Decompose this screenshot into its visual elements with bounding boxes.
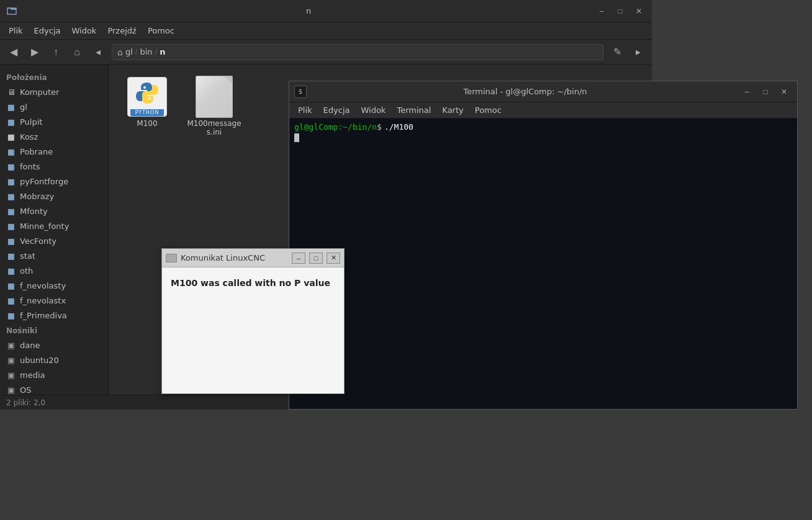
- sidebar-item-mfonty[interactable]: ■ Mfonty: [0, 204, 108, 218]
- folder-icon: ■: [6, 251, 16, 261]
- sidebar-item-kosz[interactable]: ■ Kosz: [0, 129, 108, 144]
- next-tab-icon: ▸: [636, 46, 641, 58]
- prev-location-button[interactable]: ◂: [88, 42, 108, 62]
- file-name-m100messages: M100messages.ini: [186, 119, 243, 137]
- sidebar-item-komputer[interactable]: 🖥 Komputer: [0, 84, 108, 99]
- sidebar-item-f-nevolasty[interactable]: ■ f_nevolasty: [0, 278, 108, 293]
- file-manager-app-icon: [5, 4, 19, 18]
- dialog-content: M100 was called with no P value: [162, 267, 344, 393]
- prev-location-icon: ◂: [96, 46, 101, 58]
- folder-icon: ■: [6, 176, 16, 186]
- terminal-cursor-line: [294, 133, 792, 142]
- breadcrumb-n[interactable]: n: [160, 47, 165, 56]
- sidebar-item-f-nevolastx[interactable]: ■ f_nevolastx: [0, 293, 108, 308]
- maximize-button[interactable]: □: [612, 4, 628, 18]
- folder-icon: ■: [6, 161, 16, 171]
- menu-przejdz[interactable]: Przejdź: [102, 24, 141, 37]
- sidebar-item-media[interactable]: ▣ media: [0, 367, 108, 382]
- sidebar-item-label: ubuntu20: [20, 356, 59, 365]
- terminal-minimize-button[interactable]: –: [739, 85, 755, 99]
- file-manager-menubar: Plik Edycja Widok Przejdź Pomoc: [0, 22, 652, 40]
- back-button[interactable]: ◀: [4, 42, 24, 62]
- dialog-maximize-button[interactable]: □: [309, 253, 323, 264]
- drive-icon: ▣: [6, 355, 16, 365]
- sidebar-item-label: oth: [20, 266, 33, 276]
- terminal-path: :~/bin/n: [338, 122, 377, 132]
- sidebar-item-mobrazy[interactable]: ■ Mobrazy: [0, 189, 108, 204]
- sidebar-item-vecfonty[interactable]: ■ VecFonty: [0, 233, 108, 248]
- folder-icon: ■: [6, 146, 16, 156]
- folder-icon: ■: [6, 221, 16, 231]
- terminal-menu-pomoc[interactable]: Pomoc: [470, 104, 507, 117]
- back-icon: ◀: [10, 46, 17, 58]
- dialog-title: Komunikat LinuxCNC: [181, 253, 288, 262]
- terminal-menu-edycja[interactable]: Edycja: [318, 104, 355, 117]
- sidebar-item-dane[interactable]: ▣ dane: [0, 338, 108, 352]
- sidebar-item-os[interactable]: ▣ OS: [0, 382, 108, 395]
- dialog-message: M100 was called with no P value: [171, 277, 330, 290]
- sidebar-item-label: Pobrane: [20, 147, 53, 156]
- sidebar-item-label: Kosz: [20, 132, 38, 141]
- folder-icon: ■: [6, 236, 16, 246]
- sidebar-item-label: Mobrazy: [20, 192, 54, 201]
- sidebar-item-label: Minne_fonty: [20, 222, 69, 231]
- sidebar: Położenia 🖥 Komputer ■ gl ■ Pulpit ■ Kos…: [0, 65, 109, 395]
- pencil-icon: ✎: [613, 46, 621, 58]
- menu-widok[interactable]: Widok: [66, 24, 101, 37]
- file-item-m100messages[interactable]: M100messages.ini: [183, 72, 245, 141]
- sidebar-item-ubuntu20[interactable]: ▣ ubuntu20: [0, 352, 108, 367]
- sidebar-section-polozenia: Położenia: [0, 69, 108, 84]
- dialog-minimize-button[interactable]: –: [292, 253, 305, 264]
- close-button[interactable]: ✕: [631, 4, 647, 18]
- terminal-menu-plik[interactable]: Plik: [293, 104, 317, 117]
- up-icon: ↑: [53, 47, 58, 58]
- folder-icon: ■: [6, 206, 16, 216]
- sidebar-item-f-primediva[interactable]: ■ f_Primediva: [0, 308, 108, 323]
- minimize-button[interactable]: –: [593, 4, 610, 18]
- terminal-app-icon: $: [294, 86, 307, 98]
- terminal-window-controls: – □ ✕: [739, 85, 792, 99]
- folder-icon: ■: [6, 117, 16, 127]
- terminal-menu-karty[interactable]: Karty: [437, 104, 468, 117]
- breadcrumb-gl[interactable]: gl: [125, 47, 133, 56]
- sidebar-item-label: OS: [20, 385, 31, 395]
- sidebar-item-fonts[interactable]: ■ fonts: [0, 159, 108, 174]
- file-manager-title: n: [24, 6, 593, 16]
- sidebar-item-gl[interactable]: ■ gl: [0, 99, 108, 114]
- python-file-icon: PYTHON: [127, 77, 167, 117]
- terminal-menu-terminal[interactable]: Terminal: [392, 104, 436, 117]
- svg-point-1: [148, 97, 151, 100]
- menu-pomoc[interactable]: Pomoc: [143, 24, 179, 37]
- sidebar-item-pulpit[interactable]: ■ Pulpit: [0, 114, 108, 129]
- sidebar-item-stat[interactable]: ■ stat: [0, 248, 108, 263]
- file-item-m100[interactable]: PYTHON M100: [116, 72, 178, 141]
- menu-plik[interactable]: Plik: [4, 24, 28, 37]
- terminal-content[interactable]: gl@glComp :~/bin/n $ ./M100: [289, 119, 797, 409]
- terminal-user: gl@glComp: [294, 122, 338, 132]
- dialog-titlebar: Komunikat LinuxCNC – □ ✕: [162, 249, 344, 267]
- sidebar-item-label: f_nevolastx: [20, 296, 66, 305]
- terminal-menu-widok[interactable]: Widok: [356, 104, 390, 117]
- sidebar-item-label: fonts: [20, 162, 40, 171]
- sidebar-item-minne-fonty[interactable]: ■ Minne_fonty: [0, 218, 108, 233]
- terminal-maximize-button[interactable]: □: [757, 85, 774, 99]
- sidebar-item-label: media: [20, 370, 45, 380]
- home-button[interactable]: ⌂: [67, 42, 87, 62]
- menu-edycja[interactable]: Edycja: [29, 24, 66, 37]
- drive-icon: ▣: [6, 385, 16, 395]
- terminal-close-button[interactable]: ✕: [776, 85, 792, 99]
- up-button[interactable]: ↑: [46, 42, 66, 62]
- sidebar-item-pyfontforge[interactable]: ■ pyFontforge: [0, 174, 108, 189]
- next-tab-button[interactable]: ▸: [628, 42, 648, 62]
- file-name-m100: M100: [137, 119, 157, 128]
- file-manager-toolbar: ◀ ▶ ↑ ⌂ ◂ ⌂ gl / bin / n ✎ ▸: [0, 40, 652, 65]
- drive-icon: ▣: [6, 370, 16, 380]
- sidebar-item-pobrane[interactable]: ■ Pobrane: [0, 144, 108, 159]
- sidebar-item-oth[interactable]: ■ oth: [0, 263, 108, 278]
- folder-icon: ■: [6, 191, 16, 201]
- breadcrumb-bin[interactable]: bin: [140, 47, 152, 56]
- dialog-close-button[interactable]: ✕: [327, 253, 340, 264]
- sidebar-item-label: dane: [20, 341, 40, 350]
- edit-location-button[interactable]: ✎: [607, 42, 627, 62]
- forward-button[interactable]: ▶: [25, 42, 45, 62]
